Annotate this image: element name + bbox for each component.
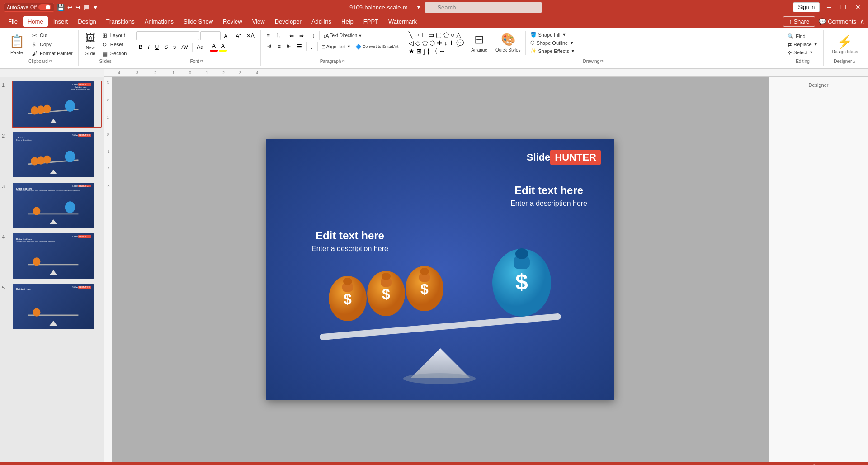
menu-fppt[interactable]: FPPT [359,16,383,27]
menu-file[interactable]: File [4,16,22,27]
decrease-font-button[interactable]: A- [233,31,243,40]
snip-shape[interactable]: ⬠ [443,31,450,39]
undo-icon[interactable]: ↩ [67,4,73,11]
menu-insert[interactable]: Insert [49,16,73,27]
star-shape[interactable]: ★ [408,47,415,56]
notes-button[interactable]: Notes [723,463,743,465]
plus-shape[interactable]: ✚ [436,39,443,47]
font-name-input[interactable]: Calibri [136,31,199,40]
triangle-shape[interactable]: △ [455,31,462,39]
restore-button[interactable]: ❐ [837,3,850,12]
menu-review[interactable]: Review [218,16,247,27]
slide-show-button[interactable]: ▶ [785,463,793,465]
font-size-input[interactable]: 18 [200,31,221,40]
menu-addins[interactable]: Add-ins [307,16,336,27]
menu-developer[interactable]: Developer [270,16,306,27]
shape-outline-dropdown[interactable]: ▼ [570,41,574,45]
callout-shape[interactable]: 💬 [455,39,465,47]
change-case-button[interactable]: Aa [194,43,206,51]
menu-watermark[interactable]: Watermark [384,16,421,27]
line-spacing-button[interactable]: ↕ [310,32,317,40]
text-direction-button[interactable]: ↕A Text Direction ▼ [321,32,364,39]
bracket-shape[interactable]: 〈 [430,47,439,56]
highlight-button[interactable]: A [219,42,227,52]
more-shapes[interactable]: ⊞ [415,47,423,56]
rect-shape[interactable]: □ [421,31,427,39]
slide-canvas[interactable]: Slide HUNTER Edit text here Enter a desc… [266,139,614,400]
signin-button[interactable]: Sign in [793,2,820,12]
brace-shape[interactable]: { [426,47,430,56]
align-left-button[interactable]: ⫷ [264,43,274,51]
present-icon[interactable]: ▤ [84,4,90,11]
slide-item-3[interactable]: 3 SlideHUNTER Enter text here You can ad… [2,182,102,229]
format-painter-button[interactable]: 🖌 Format Painter [29,49,75,58]
shape-fill-dropdown[interactable]: ▼ [562,33,566,37]
slide-item-5[interactable]: 5 SlideHUNTER Edit text here [2,283,102,330]
diamond-shape[interactable]: ◇ [415,39,421,47]
bullets-button[interactable]: ≡ [264,32,272,40]
slide-thumbnail-3[interactable]: SlideHUNTER Enter text here You can add … [12,182,102,229]
menu-slideshow[interactable]: Slide Show [179,16,217,27]
menu-design[interactable]: Design [73,16,100,27]
rtriangle-shape[interactable]: ◁ [408,39,415,47]
menu-home[interactable]: Home [23,16,48,27]
select-dropdown[interactable]: ▼ [809,50,813,55]
shape-effects-button[interactable]: ✨ Shape Effects ▼ [528,47,577,55]
slide-item-4[interactable]: 4 SlideHUNTER Enter text here You can ad… [2,232,102,280]
save-icon[interactable]: 💾 [57,4,65,11]
expand-font-icon[interactable]: ⧉ [200,59,203,64]
quad-arrow-shape[interactable]: ✛ [448,39,455,47]
reading-view-button[interactable]: ☰ [772,463,781,465]
minimize-button[interactable]: ─ [823,3,835,12]
close-button[interactable]: ✕ [852,3,864,12]
find-button[interactable]: 🔍 Find [786,33,819,40]
menu-help[interactable]: Help [337,16,358,27]
expand-paragraph-icon[interactable]: ⧉ [342,59,344,64]
quick-styles-button[interactable]: 🎨 Quick Styles [492,31,524,54]
align-right-button[interactable]: ⫸ [284,43,294,51]
align-text-button[interactable]: ⊡ Align Text ▼ [320,43,353,51]
bold-button[interactable]: B [136,43,145,51]
autosave-badge[interactable]: AutoSave Off [4,3,54,12]
share-button[interactable]: ↑ Share [783,16,815,27]
collapse-designer-icon[interactable]: ∧ [853,59,856,64]
new-slide-button[interactable]: 🖼 New Slide [82,31,99,58]
shape-effects-dropdown[interactable]: ▼ [571,49,575,53]
expand-clipboard-icon[interactable]: ⧉ [49,59,52,64]
center-button[interactable]: ≡ [275,43,283,51]
ribbon-collapse-icon[interactable]: ∧ [860,18,864,25]
layout-button[interactable]: ⊞ Layout [99,31,129,40]
italic-button[interactable]: I [146,43,151,51]
section-button[interactable]: ▤ Section [99,49,129,58]
autosave-toggle[interactable] [38,4,51,10]
dropdown-icon[interactable]: ▼ [416,5,421,10]
reset-button[interactable]: ↺ Reset [99,40,129,49]
replace-dropdown[interactable]: ▼ [814,42,818,47]
hex-shape[interactable]: ⬡ [429,39,436,47]
arrange-button[interactable]: ⊟ Arrange [467,31,491,54]
underline-button[interactable]: U [152,43,161,51]
normal-view-button[interactable]: ⊡ [746,463,755,465]
shadow-button[interactable]: s̈ [171,43,178,51]
slide-thumbnail-5[interactable]: SlideHUNTER Edit text here [12,283,102,330]
circle-shape[interactable]: ○ [450,31,455,39]
columns-button[interactable]: ⫿ [308,43,316,51]
redo-icon[interactable]: ↪ [75,4,81,11]
justify-button[interactable]: ☰ [295,43,304,51]
line-shape[interactable]: ╲ [408,31,413,39]
customize-icon[interactable]: ▼ [92,4,99,11]
char-spacing-button[interactable]: AV [179,43,190,51]
increase-font-button[interactable]: A+ [222,31,232,40]
wave-shape[interactable]: ∼ [439,47,446,56]
select-button[interactable]: ⊹ Select ▼ [786,49,819,57]
copy-button[interactable]: ⎘ Copy [29,40,75,49]
slide-sorter-button[interactable]: ⊞ [759,463,768,465]
paste-button[interactable]: 📋 Paste [5,31,28,58]
menu-view[interactable]: View [248,16,269,27]
slide-item-2[interactable]: 2 SlideHUNTER Edit text here Enter a des… [2,131,102,178]
strikethrough-button[interactable]: S [162,43,170,51]
slide-thumbnail-2[interactable]: SlideHUNTER Edit text here Enter a descr… [12,131,102,178]
arrow-shape[interactable]: → [413,31,421,39]
rect2-shape[interactable]: ▭ [427,31,435,39]
font-color-button[interactable]: A [210,42,218,52]
